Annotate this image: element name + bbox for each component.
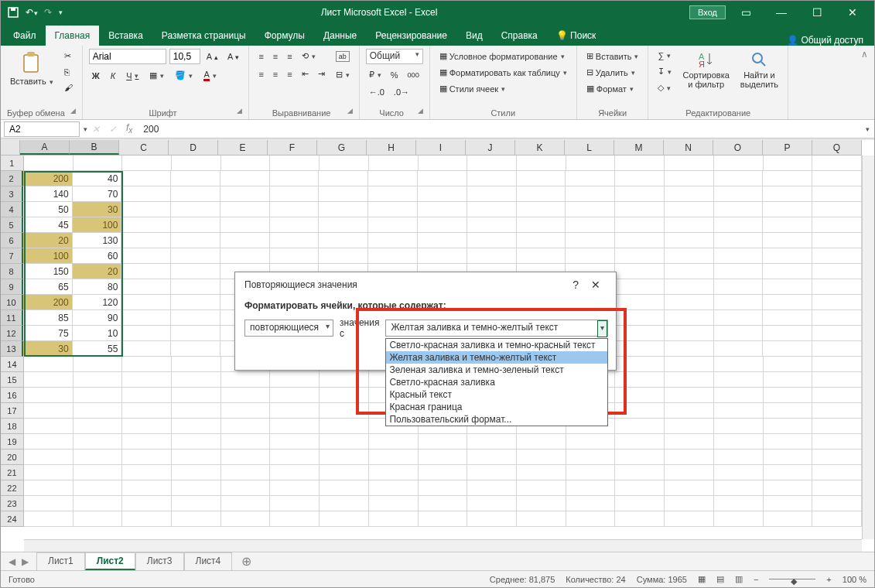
cell[interactable]: 40 [73,171,122,186]
login-button[interactable]: Вход [689,5,726,19]
row-header[interactable]: 17 [1,403,24,419]
cell[interactable] [764,480,813,496]
column-header[interactable]: Q [812,140,862,155]
align-bottom-icon[interactable]: ≡ [284,49,295,63]
column-header[interactable]: M [614,140,664,155]
cell[interactable] [467,465,517,480]
cell[interactable] [121,310,171,326]
cell[interactable]: 130 [73,233,122,248]
cell[interactable] [220,202,270,217]
cell[interactable] [763,279,812,295]
cell[interactable] [122,357,172,372]
cell[interactable] [369,496,419,511]
cell[interactable] [368,202,418,217]
cell[interactable] [517,186,566,202]
cell[interactable] [764,357,813,372]
cell[interactable] [319,248,368,264]
cell[interactable] [24,372,73,388]
cell[interactable] [24,434,73,450]
merge-icon[interactable]: ⊟▾ [333,67,353,82]
column-header[interactable]: G [317,140,367,155]
cell[interactable] [24,403,73,419]
cell[interactable] [368,186,418,202]
cell[interactable] [763,264,812,279]
cell[interactable] [714,372,764,388]
indent-decrease-icon[interactable]: ⇤ [299,67,312,81]
select-all-corner[interactable] [1,140,20,155]
format-painter-icon[interactable]: 🖌 [61,80,76,94]
cell[interactable] [320,450,369,465]
cell[interactable] [171,310,220,326]
close-icon[interactable]: ✕ [837,6,868,19]
cell[interactable] [615,496,665,511]
bold-button[interactable]: Ж [89,67,103,84]
italic-button[interactable]: К [108,67,118,84]
cell[interactable] [319,186,368,202]
cell[interactable] [320,434,369,450]
cell[interactable] [665,233,714,248]
cell[interactable] [171,171,220,186]
cell[interactable] [764,496,813,511]
cell[interactable] [812,419,862,434]
cell[interactable] [172,465,221,480]
cell[interactable] [121,326,171,341]
cell[interactable] [467,480,517,496]
cell[interactable]: 65 [23,279,73,295]
cell[interactable] [467,186,517,202]
cell[interactable] [418,171,467,186]
cell[interactable] [615,480,665,496]
cell[interactable] [73,450,123,465]
cell[interactable] [121,171,171,186]
cell[interactable] [665,511,714,527]
row-header[interactable]: 19 [1,434,24,450]
cell[interactable] [517,202,566,217]
cell[interactable]: 100 [23,248,73,264]
cell[interactable] [320,465,369,480]
cell[interactable] [763,233,812,248]
cell[interactable] [812,465,862,480]
cell[interactable] [665,372,714,388]
cell[interactable] [270,217,320,233]
cell[interactable] [122,419,172,434]
tab-help[interactable]: Справка [492,26,547,46]
row-header[interactable]: 23 [1,496,24,511]
cell[interactable] [665,279,714,295]
cell[interactable] [615,341,665,357]
cell[interactable] [172,496,221,511]
cell[interactable] [270,156,320,171]
row-header[interactable]: 2 [1,171,23,186]
cell[interactable] [24,465,73,480]
cell[interactable]: 10 [73,326,122,341]
cell[interactable]: 200 [23,171,73,186]
cell[interactable] [517,156,566,171]
cell[interactable] [615,419,665,434]
cell[interactable] [121,248,171,264]
cell[interactable] [320,480,369,496]
cell[interactable] [714,403,764,419]
cell[interactable] [615,434,665,450]
cell[interactable] [467,434,517,450]
cell[interactable] [812,403,862,419]
cell[interactable] [615,403,665,419]
cell[interactable] [221,156,271,171]
cell[interactable] [517,480,566,496]
clear-icon[interactable]: ◇▾ [655,80,675,95]
cell[interactable] [763,217,812,233]
cell[interactable] [714,434,764,450]
cell[interactable] [566,156,616,171]
cell[interactable] [172,450,221,465]
increase-decimal-icon[interactable]: ←.0 [366,85,388,99]
cell[interactable]: 60 [73,248,122,264]
cell[interactable] [270,372,320,388]
cell[interactable] [665,434,714,450]
qat-more-icon[interactable]: ▾ [59,9,63,16]
cell[interactable]: 80 [73,279,122,295]
cell[interactable] [714,480,764,496]
cell[interactable] [221,496,271,511]
sheet-nav-prev-icon[interactable]: ◀ [9,556,15,567]
cell[interactable]: 45 [23,217,73,233]
cell[interactable] [812,434,862,450]
cell[interactable] [368,171,418,186]
cell[interactable]: 100 [73,217,122,233]
column-header[interactable]: A [20,140,70,155]
